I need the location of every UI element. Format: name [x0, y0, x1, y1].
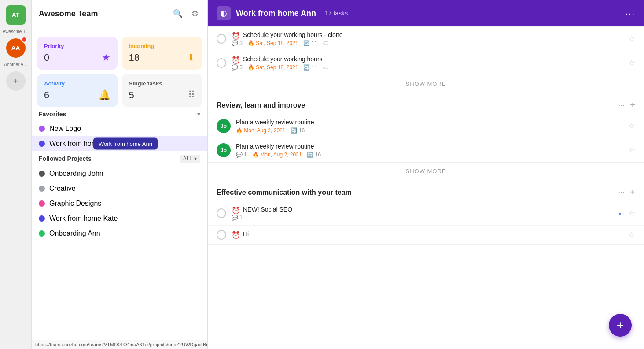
work-from-home-kate-dot [39, 215, 45, 222]
section-name-communication: Effective communication with your team [217, 189, 352, 197]
onboarding-ann-label: Onboarding Ann [49, 230, 100, 238]
favorites-section-header[interactable]: Favorites ▾ [32, 107, 207, 121]
show-more-button[interactable]: SHOW MORE [208, 162, 644, 180]
add-team-button[interactable]: + [6, 71, 26, 91]
followed-projects-label: Followed Projects [39, 155, 92, 162]
task-body: ⏰ Hi [232, 230, 623, 239]
stat-activity-value: 6 [44, 89, 49, 101]
task-blue-dot: ● [618, 211, 621, 216]
onboarding-john-dot [39, 171, 45, 177]
project-menu-button[interactable]: ··· [625, 8, 635, 19]
task-comments: 💬 1 [236, 152, 247, 158]
task-star-button[interactable]: ☆ [628, 34, 635, 44]
task-urgency-icon: ⏰ [232, 206, 240, 215]
project-task-count: 17 tasks [325, 10, 348, 17]
avatar-aa-label: Another A... [3, 62, 29, 67]
sidebar-item-work-from-home[interactable]: Work from home Work from home Ann [32, 136, 207, 151]
task-title: Plan a weekly review routine [236, 119, 623, 126]
task-checkbox[interactable] [217, 230, 226, 240]
task-tag-icon: 🏷 [323, 64, 328, 71]
task-star-button[interactable]: ☆ [628, 121, 635, 131]
sidebar-item-graphic-designs[interactable]: Graphic Designs [32, 196, 207, 211]
avatar-at[interactable]: AT [6, 5, 26, 25]
stat-priority[interactable]: Priority 0 ★ [37, 37, 118, 70]
task-meta: 💬 3 🔥 Sat, Sep 18, 2021 🔄 11 🏷 [232, 40, 623, 46]
task-item: ⏰ NEW! Social SEO 💬 1 ● ☆ [208, 201, 644, 225]
stat-priority-label: Priority [44, 43, 110, 49]
task-item: ⏰ Schedule your working hours 💬 3 🔥 Sat,… [208, 51, 644, 75]
task-section-default: ⏰ Schedule your working hours - clone 💬 … [208, 26, 644, 93]
task-title: Schedule your working hours [243, 56, 323, 63]
task-body: Plan a weekly review routine 🔥 Mon, Aug … [236, 119, 623, 134]
task-recur: 🔄 16 [307, 152, 321, 158]
followed-projects-header: Followed Projects ALL ▾ [32, 151, 207, 166]
task-fire: 🔥 Mon, Aug 2, 2021 [252, 152, 302, 158]
all-projects-button[interactable]: ALL ▾ [180, 155, 200, 163]
task-checkbox[interactable] [217, 34, 226, 44]
creative-label: Creative [49, 185, 76, 193]
work-from-home-dot [39, 141, 45, 147]
section-actions: ··· + [618, 100, 635, 110]
task-star-button[interactable]: ☆ [628, 58, 635, 68]
sidebar-item-work-from-home-kate[interactable]: Work from home Kate [32, 211, 207, 226]
task-comments: 💬 3 [232, 64, 243, 71]
stat-single-tasks[interactable]: Single tasks 5 ⠿ [122, 74, 202, 107]
work-from-home-label: Work from home [49, 140, 101, 148]
work-from-home-tooltip: Work from home Ann [93, 138, 158, 150]
task-area: ⏰ Schedule your working hours - clone 💬 … [208, 26, 644, 349]
section-menu-button[interactable]: ··· [618, 188, 625, 197]
task-title: Plan a weekly review routine [236, 143, 623, 150]
sidebar: Awesome Team 🔍 ⚙ Priority 0 ★ Incoming 1… [32, 0, 208, 349]
task-title: Schedule your working hours - clone [243, 31, 342, 38]
task-avatar-jo: Jo [217, 143, 231, 157]
section-actions: ··· + [618, 187, 635, 197]
creative-dot [39, 186, 45, 192]
task-urgency-icon: ⏰ [232, 32, 240, 40]
task-comments: 💬 1 [232, 215, 243, 221]
graphic-designs-label: Graphic Designs [49, 200, 101, 208]
stats-grid: Priority 0 ★ Incoming 18 ⬇ Activity 6 🔔 [32, 31, 207, 107]
stat-activity[interactable]: Activity 6 🔔 [37, 74, 118, 107]
sidebar-item-new-logo[interactable]: New Logo [32, 121, 207, 136]
task-meta: 💬 1 [232, 215, 613, 221]
task-checkbox[interactable] [217, 208, 226, 218]
task-star-button[interactable]: ☆ [628, 208, 635, 218]
section-add-button[interactable]: + [630, 187, 635, 197]
task-section-communication: Effective communication with your team ·… [208, 180, 644, 245]
task-recur: 🔄 11 [303, 40, 317, 46]
task-fire: 🔥 Mon, Aug 2, 2021 [236, 127, 285, 134]
task-body: ⏰ Schedule your working hours 💬 3 🔥 Sat,… [232, 56, 623, 71]
search-button[interactable]: 🔍 [171, 7, 184, 20]
section-add-button[interactable]: + [630, 100, 635, 110]
section-menu-button[interactable]: ··· [618, 100, 625, 110]
stat-incoming-label: Incoming [129, 43, 195, 49]
stat-incoming[interactable]: Incoming 18 ⬇ [122, 37, 202, 70]
graphic-designs-dot [39, 200, 45, 207]
task-star-button[interactable]: ☆ [628, 145, 635, 155]
task-urgency-icon: ⏰ [232, 231, 240, 239]
sidebar-item-onboarding-john[interactable]: Onboarding John [32, 166, 207, 181]
task-star-button[interactable]: ☆ [628, 230, 635, 240]
stat-single-value: 5 [129, 89, 134, 101]
sidebar-icons: 🔍 ⚙ [171, 7, 200, 20]
section-header-communication: Effective communication with your team ·… [208, 180, 644, 201]
main-header: ◐ Work from home Ann 17 tasks ··· [208, 0, 644, 26]
settings-button[interactable]: ⚙ [190, 7, 200, 20]
task-title: NEW! Social SEO [243, 206, 292, 213]
all-label: ALL [183, 156, 192, 162]
task-recur: 🔄 16 [291, 127, 305, 134]
project-title: Work from home Ann [236, 9, 316, 18]
incoming-icon: ⬇ [187, 52, 195, 63]
new-logo-label: New Logo [49, 125, 81, 133]
task-checkbox[interactable] [217, 58, 226, 68]
avatar-aa[interactable]: AA [6, 38, 26, 58]
sidebar-item-onboarding-ann[interactable]: Onboarding Ann [32, 226, 207, 241]
create-task-fab[interactable]: + [609, 314, 632, 337]
sidebar-item-creative[interactable]: Creative [32, 181, 207, 196]
task-item: Jo Plan a weekly review routine 💬 1 🔥 Mo… [208, 138, 644, 162]
show-more-button[interactable]: SHOW MORE [208, 75, 644, 93]
stat-activity-label: Activity [44, 80, 110, 87]
stat-incoming-value: 18 [129, 52, 140, 63]
favorites-label: Favorites [39, 111, 66, 118]
task-avatar-jo: Jo [217, 119, 231, 133]
